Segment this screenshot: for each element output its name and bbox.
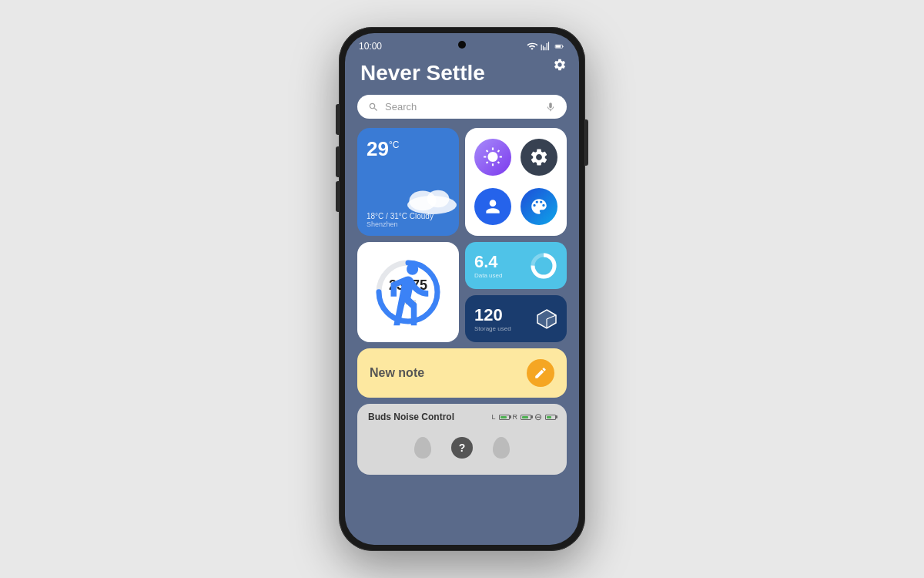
- buds-illustration: [368, 428, 556, 467]
- apps-widget: [465, 128, 567, 236]
- signal-icon: [541, 41, 551, 52]
- camera-hole: [458, 41, 466, 49]
- weather-info: 18°C / 31°C Cloudy Shenzhen: [367, 212, 434, 228]
- contacts-app-icon[interactable]: [474, 188, 511, 225]
- widget-row-2: 23375 steps 6.4: [357, 242, 567, 342]
- search-icon: [368, 102, 379, 113]
- buds-case-battery: [545, 415, 556, 420]
- pencil-icon: [534, 366, 547, 380]
- phone-screen: 10:00: [345, 33, 579, 545]
- data-donut-chart: [530, 252, 557, 280]
- settings-icon: [553, 58, 567, 72]
- weather-widget[interactable]: 29°C 18°C / 31°C Cloudy Shenzhen: [357, 128, 459, 236]
- weather-app-inner-icon: [483, 147, 503, 167]
- theme-app-icon[interactable]: [521, 188, 557, 225]
- weather-range: 18°C / 31°C Cloudy: [367, 212, 434, 220]
- status-icons: [527, 41, 565, 52]
- svg-rect-1: [556, 45, 561, 48]
- data-widget[interactable]: 6.4 Data used: [465, 242, 567, 289]
- buds-right-label: R: [513, 413, 518, 421]
- svg-rect-2: [563, 45, 564, 47]
- steps-widget[interactable]: 23375 steps: [357, 242, 459, 342]
- search-placeholder: Search: [385, 101, 545, 113]
- search-bar[interactable]: Search: [357, 95, 567, 119]
- note-label: New note: [370, 366, 527, 380]
- steps-circle: 23375 steps: [373, 257, 443, 327]
- note-widget[interactable]: New note: [357, 348, 567, 398]
- settings-app-inner-icon: [529, 147, 549, 167]
- buds-left-battery-fill: [500, 416, 507, 418]
- right-col-widgets: 6.4 Data used 120 Storage u: [465, 242, 567, 342]
- theme-app-inner-icon: [529, 197, 549, 217]
- data-label: Data used: [474, 272, 502, 279]
- data-number: 6.4: [474, 252, 502, 272]
- buds-widget[interactable]: Buds Noise Control L R ⊖: [357, 404, 567, 475]
- weather-temperature: 29°C: [367, 137, 450, 161]
- buds-center-button[interactable]: [451, 437, 473, 459]
- data-info: 6.4 Data used: [474, 252, 502, 279]
- status-time: 10:00: [359, 41, 382, 52]
- buds-battery-info: L R ⊖: [491, 412, 556, 422]
- buds-left-label: L: [491, 413, 495, 421]
- battery-icon: [554, 41, 565, 52]
- screen-content: Never Settle Search 29°C: [345, 55, 579, 475]
- storage-number: 120: [474, 305, 511, 325]
- settings-icon-wrap[interactable]: [553, 58, 567, 75]
- mic-icon[interactable]: [545, 102, 556, 113]
- buds-left-battery: [499, 415, 510, 420]
- buds-case-battery-fill: [547, 416, 551, 418]
- svg-point-5: [427, 190, 450, 207]
- weather-app-icon[interactable]: [474, 139, 511, 176]
- buds-title: Buds Noise Control: [368, 412, 454, 422]
- bud-left: [414, 437, 431, 459]
- wifi-icon: [527, 41, 537, 52]
- page-title: Never Settle: [360, 61, 567, 86]
- buds-right-battery-fill: [522, 416, 528, 418]
- buds-equals-icon: ⊖: [534, 412, 542, 422]
- storage-info: 120 Storage used: [474, 305, 511, 332]
- widget-row-1: 29°C 18°C / 31°C Cloudy Shenzhen: [357, 128, 567, 236]
- shoe-icon: [373, 259, 443, 328]
- settings-app-icon[interactable]: [521, 139, 557, 176]
- weather-city: Shenzhen: [367, 220, 434, 228]
- storage-icon: [536, 308, 557, 330]
- bud-right: [493, 437, 510, 459]
- storage-widget[interactable]: 120 Storage used: [465, 295, 567, 342]
- status-bar: 10:00: [345, 33, 579, 55]
- buds-right-battery: [521, 415, 531, 420]
- phone-frame: 10:00: [339, 27, 585, 551]
- cloud-icon: [401, 183, 459, 214]
- storage-label: Storage used: [474, 325, 511, 332]
- note-edit-button[interactable]: [527, 359, 554, 387]
- contacts-app-inner-icon: [483, 197, 503, 217]
- buds-header: Buds Noise Control L R ⊖: [368, 412, 556, 422]
